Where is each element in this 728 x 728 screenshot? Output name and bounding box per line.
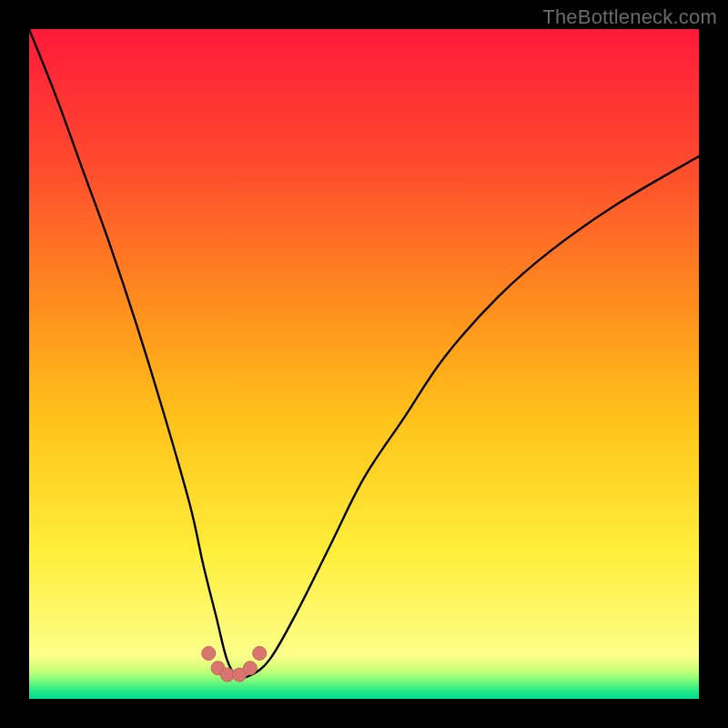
- valley-marker: [202, 646, 216, 660]
- watermark-text: TheBottleneck.com: [542, 5, 717, 29]
- valley-markers: [202, 646, 267, 682]
- bottleneck-curve: [29, 29, 699, 678]
- plot-area: [29, 29, 699, 699]
- chart-frame: TheBottleneck.com: [0, 0, 728, 728]
- curve-layer: [29, 29, 699, 699]
- valley-marker: [253, 646, 267, 660]
- valley-marker: [243, 662, 257, 675]
